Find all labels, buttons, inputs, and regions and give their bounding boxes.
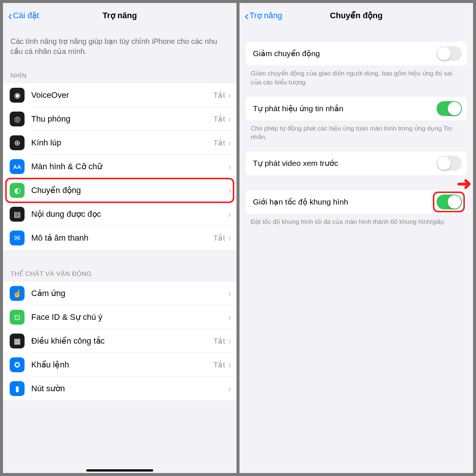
vision-group: ◉VoiceOverTắt›◎Thu phóngTắt›⊕Kính lúpTắt… xyxy=(3,83,237,250)
toggle-switch[interactable] xyxy=(437,101,462,116)
setting-row[interactable]: ✪Khẩu lệnhTắt› xyxy=(3,353,237,377)
chevron-right-icon: › xyxy=(228,209,231,220)
chevron-right-icon: › xyxy=(228,185,231,196)
setting-row[interactable]: ▤Nội dung được đọc› xyxy=(3,202,237,226)
chevron-right-icon: › xyxy=(228,232,231,244)
toggle-group: Tự phát hiệu ứng tin nhắn xyxy=(245,97,467,120)
text-size-icon: AA xyxy=(10,159,25,174)
row-status: Tắt xyxy=(213,91,225,100)
chevron-right-icon: › xyxy=(228,335,231,347)
row-label: Chuyển động xyxy=(31,186,228,195)
row-label: Khẩu lệnh xyxy=(31,360,213,370)
motion-settings-pane: ‹ Trợ năng Chuyển động Giảm chuyển độngG… xyxy=(239,3,473,473)
back-button[interactable]: ‹ Trợ năng xyxy=(245,10,282,22)
setting-row[interactable]: ◉VoiceOverTắt› xyxy=(3,83,237,107)
row-status: Tắt xyxy=(213,337,225,345)
row-label: Face ID & Sự chú ý xyxy=(31,312,228,322)
chevron-right-icon: › xyxy=(228,161,231,173)
toggle-row: Tự phát hiệu ứng tin nhắn xyxy=(245,97,467,120)
back-label: Trợ năng xyxy=(250,11,282,20)
toggle-switch[interactable] xyxy=(437,46,462,61)
footer-text: Giảm chuyển động của giao diện người dùn… xyxy=(239,65,473,97)
accessibility-icon: ◉ xyxy=(10,88,25,103)
row-status: Tắt xyxy=(213,360,225,369)
content-scroll[interactable]: Các tính năng trợ năng giúp bạn tùy chỉn… xyxy=(3,28,237,473)
faceid-icon: ⊡ xyxy=(10,310,25,325)
audio-desc-icon: ✉ xyxy=(10,231,25,245)
setting-row[interactable]: ◎Thu phóngTắt› xyxy=(3,107,237,131)
toggle-switch[interactable] xyxy=(437,194,462,209)
side-button-icon: ▮ xyxy=(10,381,25,396)
setting-row[interactable]: ✉Mô tả âm thanhTắt› xyxy=(3,226,237,250)
row-label: Cảm ứng xyxy=(31,289,228,298)
toggle-group: Giới hạn tốc độ khung hình xyxy=(245,190,467,214)
row-status: Tắt xyxy=(213,138,225,147)
toggle-row: Giảm chuyển động xyxy=(245,42,467,65)
accessibility-settings-pane: ‹ Cài đặt Trợ năng Các tính năng trợ năn… xyxy=(3,3,237,473)
setting-row[interactable]: ▮Nút sườn› xyxy=(3,377,237,401)
row-status: Tắt xyxy=(213,234,225,242)
section-header-physical: THỂ CHẤT VÀ VẬN ĐỘNG xyxy=(3,267,237,282)
intro-text: Các tính năng trợ năng giúp bạn tùy chỉn… xyxy=(3,28,237,69)
setting-row[interactable]: AAMàn hình & Cỡ chữ› xyxy=(3,155,237,178)
content-scroll[interactable]: Giảm chuyển độngGiảm chuyển động của gia… xyxy=(239,28,473,473)
row-label: Giới hạn tốc độ khung hình xyxy=(253,197,437,206)
chevron-right-icon: › xyxy=(228,288,231,299)
zoom-scope-icon: ◎ xyxy=(10,112,25,126)
setting-row[interactable]: ◐Chuyển động› xyxy=(3,178,237,202)
row-label: Thu phóng xyxy=(31,114,213,124)
speech-bubble-icon: ▤ xyxy=(10,207,25,222)
row-label: Màn hình & Cỡ chữ xyxy=(31,162,228,171)
chevron-right-icon: › xyxy=(228,113,231,125)
voice-control-icon: ✪ xyxy=(10,357,25,372)
toggle-row: Tự phát video xem trước xyxy=(245,151,467,175)
back-label: Cài đặt xyxy=(13,11,39,20)
toggle-group: Giảm chuyển động xyxy=(245,42,467,65)
navbar: ‹ Cài đặt Trợ năng xyxy=(3,3,237,28)
setting-row[interactable]: ⊕Kính lúpTắt› xyxy=(3,131,237,155)
row-label: Mô tả âm thanh xyxy=(31,233,213,243)
chevron-left-icon: ‹ xyxy=(245,10,249,22)
physical-group: ☝Cảm ứng›⊡Face ID & Sự chú ý›▦Điều khiển… xyxy=(3,282,237,401)
row-label: Nút sườn xyxy=(31,384,228,393)
chevron-right-icon: › xyxy=(228,359,231,371)
touch-icon: ☝ xyxy=(10,286,25,301)
row-label: Điều khiển công tắc xyxy=(31,336,213,346)
row-label: Giảm chuyển động xyxy=(253,49,437,58)
chevron-right-icon: › xyxy=(228,383,231,395)
navbar: ‹ Trợ năng Chuyển động xyxy=(239,3,473,28)
row-label: Tự phát hiệu ứng tin nhắn xyxy=(253,104,437,113)
setting-row[interactable]: ▦Điều khiển công tắcTắt› xyxy=(3,329,237,353)
chevron-right-icon: › xyxy=(228,137,231,149)
chevron-left-icon: ‹ xyxy=(8,10,12,22)
back-button[interactable]: ‹ Cài đặt xyxy=(8,10,39,22)
row-label: VoiceOver xyxy=(31,90,213,100)
motion-icon: ◐ xyxy=(10,183,25,198)
setting-row[interactable]: ⊡Face ID & Sự chú ý› xyxy=(3,305,237,329)
row-label: Tự phát video xem trước xyxy=(253,159,437,168)
switch-control-icon: ▦ xyxy=(10,334,25,348)
toggle-group: Tự phát video xem trước xyxy=(245,151,467,175)
section-header-vision: NHÌN xyxy=(3,69,237,83)
row-status: Tắt xyxy=(213,115,225,123)
row-label: Nội dung được đọc xyxy=(31,209,228,219)
footer-text: Cho phép tự động phát các hiệu ứng toàn … xyxy=(239,120,473,152)
chevron-right-icon: › xyxy=(228,312,231,323)
setting-row[interactable]: ☝Cảm ứng› xyxy=(3,282,237,305)
row-label: Kính lúp xyxy=(31,138,213,148)
chevron-right-icon: › xyxy=(228,90,231,101)
home-indicator[interactable] xyxy=(86,469,153,472)
footer-text: Đặt tốc độ khung hình tối đa của màn hìn… xyxy=(239,214,473,236)
toggle-row: Giới hạn tốc độ khung hình xyxy=(245,190,467,214)
toggle-switch[interactable] xyxy=(437,156,462,171)
magnifier-icon: ⊕ xyxy=(10,135,25,150)
